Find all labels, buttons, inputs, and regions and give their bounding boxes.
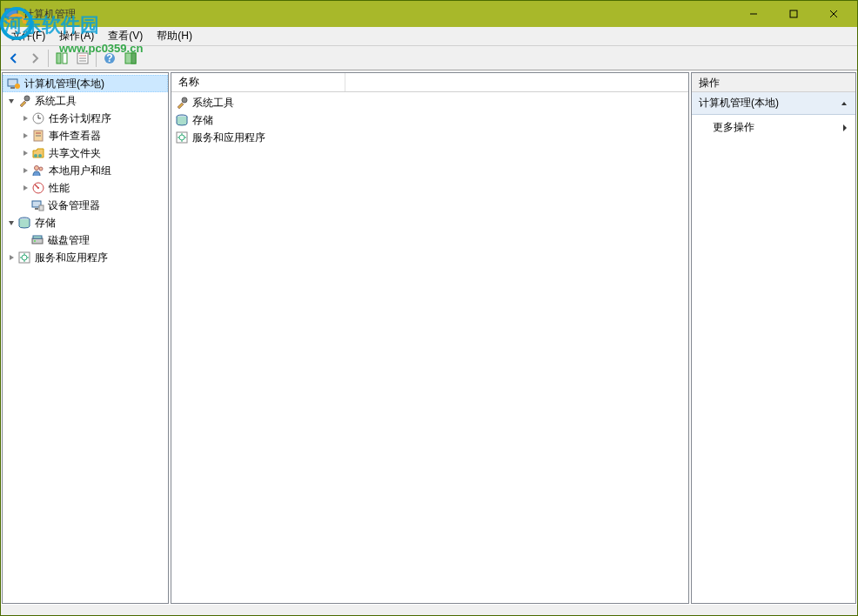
list-item-system-tools[interactable]: 系统工具 [171, 94, 688, 111]
shared-folder-icon [31, 146, 45, 160]
tree-label: 磁盘管理 [48, 233, 90, 248]
svg-rect-35 [39, 205, 44, 211]
svg-rect-18 [10, 87, 15, 89]
menu-help[interactable]: 帮助(H) [150, 27, 199, 45]
tree-root-node[interactable]: 计算机管理(本地) [3, 75, 168, 92]
expand-icon[interactable] [20, 113, 30, 124]
svg-rect-34 [35, 208, 38, 210]
tree-device-manager[interactable]: 设备管理器 [3, 197, 168, 214]
chevron-right-icon [841, 124, 848, 132]
tree-label: 任务计划程序 [49, 111, 111, 126]
tree-label: 计算机管理(本地) [24, 77, 104, 91]
tools-icon [17, 94, 31, 108]
tree-label: 系统工具 [35, 94, 77, 109]
svg-point-27 [34, 154, 37, 157]
storage-icon [175, 113, 189, 127]
svg-rect-3 [790, 10, 797, 17]
svg-rect-7 [57, 53, 61, 64]
actions-section[interactable]: 计算机管理(本地) [692, 92, 855, 115]
services-icon [175, 131, 189, 144]
toolbar: ? [1, 46, 857, 70]
svg-point-29 [35, 166, 39, 171]
list-item-label: 服务和应用程序 [192, 131, 265, 145]
disk-icon [30, 233, 44, 247]
toolbar-separator [96, 50, 97, 67]
minimize-button[interactable] [734, 1, 774, 27]
computer-management-icon [7, 77, 21, 90]
menubar: 文件(F) 操作(A) 查看(V) 帮助(H) [1, 27, 857, 46]
device-manager-icon [30, 198, 44, 212]
maximize-button[interactable] [774, 1, 814, 27]
collapse-icon[interactable] [6, 96, 17, 106]
actions-header: 操作 [692, 73, 855, 92]
navigation-tree[interactable]: 计算机管理(本地) 系统工具 任务计划程序 事件查看器 [2, 72, 169, 604]
performance-icon [31, 181, 45, 195]
svg-point-28 [38, 154, 42, 157]
back-button[interactable] [4, 49, 23, 68]
svg-point-30 [39, 167, 43, 171]
storage-icon [17, 216, 31, 230]
list-header[interactable]: 名称 [171, 73, 688, 92]
svg-rect-16 [131, 53, 136, 64]
svg-point-32 [37, 187, 39, 189]
tree-label: 设备管理器 [48, 198, 100, 213]
tree-services-apps[interactable]: 服务和应用程序 [3, 249, 168, 266]
actions-more-label: 更多操作 [713, 120, 754, 135]
actions-more[interactable]: 更多操作 [692, 115, 855, 140]
svg-point-42 [182, 97, 187, 103]
list-item-services[interactable]: 服务和应用程序 [171, 129, 688, 146]
tree-system-tools[interactable]: 系统工具 [3, 92, 168, 110]
actions-section-label: 计算机管理(本地) [699, 96, 779, 110]
properties-button[interactable] [73, 49, 92, 68]
services-icon [17, 251, 31, 264]
toolbar-separator [48, 50, 49, 67]
svg-point-20 [24, 96, 30, 101]
statusbar [1, 605, 857, 615]
column-header-name[interactable]: 名称 [171, 73, 345, 91]
tree-label: 共享文件夹 [49, 146, 101, 161]
close-button[interactable] [814, 1, 854, 27]
menu-view[interactable]: 查看(V) [101, 27, 150, 45]
expand-icon[interactable] [6, 252, 17, 263]
expand-icon[interactable] [20, 165, 30, 176]
tools-icon [175, 96, 189, 110]
details-list: 名称 系统工具 存储 服务和应用程序 [171, 72, 689, 604]
svg-rect-37 [32, 238, 43, 244]
tree-shared-folders[interactable]: 共享文件夹 [3, 144, 168, 162]
tree-performance[interactable]: 性能 [3, 179, 168, 197]
list-item-label: 系统工具 [192, 96, 234, 110]
tree-label: 存储 [35, 216, 56, 231]
tree-label: 性能 [49, 181, 70, 196]
collapse-icon[interactable] [6, 218, 17, 228]
expand-icon[interactable] [20, 131, 30, 141]
tree-task-scheduler[interactable]: 任务计划程序 [3, 110, 168, 127]
event-log-icon [31, 129, 45, 143]
tree-label: 事件查看器 [49, 129, 101, 144]
svg-text:?: ? [106, 52, 112, 64]
watermark-logo-icon [0, 7, 33, 40]
tree-event-viewer[interactable]: 事件查看器 [3, 127, 168, 144]
show-hide-action-pane-button[interactable] [121, 49, 140, 68]
show-hide-tree-button[interactable] [52, 49, 71, 68]
tree-local-users[interactable]: 本地用户和组 [3, 162, 168, 179]
forward-button[interactable] [25, 49, 44, 68]
list-item-label: 存储 [192, 113, 213, 128]
actions-pane: 操作 计算机管理(本地) 更多操作 [691, 72, 856, 604]
tree-storage[interactable]: 存储 [3, 214, 168, 231]
help-button[interactable]: ? [100, 49, 119, 68]
svg-rect-39 [33, 236, 42, 238]
titlebar[interactable]: 计算机管理 [1, 1, 857, 27]
collapse-up-icon [840, 99, 848, 108]
svg-point-38 [34, 240, 36, 242]
expand-icon[interactable] [20, 148, 30, 158]
tree-label: 本地用户和组 [49, 164, 111, 178]
svg-point-6 [2, 9, 31, 38]
expand-icon[interactable] [20, 183, 30, 193]
tree-disk-management[interactable]: 磁盘管理 [3, 231, 168, 249]
list-item-storage[interactable]: 存储 [171, 111, 688, 129]
users-icon [31, 164, 45, 177]
clock-icon [31, 111, 45, 125]
svg-rect-8 [63, 53, 67, 64]
svg-point-19 [15, 84, 20, 89]
menu-action[interactable]: 操作(A) [52, 27, 101, 45]
